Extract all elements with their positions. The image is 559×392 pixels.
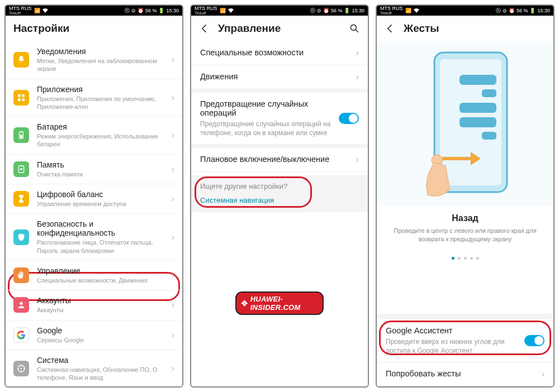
dnd-icon: ⊘ xyxy=(503,8,507,13)
gesture-description: Проведите в центр с левого или правого к… xyxy=(377,223,553,244)
signal-icon: 📶 xyxy=(220,8,226,13)
settings-item-hourglass[interactable]: Цифровой балансУправление временем досту… xyxy=(6,184,182,214)
carrier-label: MTS RUS xyxy=(195,6,217,11)
svg-rect-27 xyxy=(482,132,496,140)
chevron-right-icon: › xyxy=(172,364,174,374)
settings-item-memory[interactable]: ПамятьОчистка памяти› xyxy=(6,155,182,184)
carrier-sub: Tinkoff xyxy=(9,11,32,15)
search-button[interactable] xyxy=(349,23,360,34)
chevron-right-icon: › xyxy=(172,93,174,103)
battery-icon: 🔋 xyxy=(158,8,164,13)
settings-item-bell[interactable]: УведомленияМетки, Уведомления на заблоки… xyxy=(6,41,182,79)
bell-icon xyxy=(13,52,29,68)
battery-icon: 🔋 xyxy=(344,8,350,13)
item-subtitle: Приложения, Приложения по умолчанию, При… xyxy=(37,95,167,111)
svg-point-12 xyxy=(350,25,356,30)
gesture-name: Назад xyxy=(377,213,553,223)
dnd-icon: ⊘ xyxy=(131,8,136,13)
battery-icon xyxy=(13,127,29,143)
chevron-right-icon: › xyxy=(356,48,359,58)
item-title: Система xyxy=(37,356,167,365)
alarm-icon: ⏰ xyxy=(138,8,144,13)
page-indicator xyxy=(377,252,553,262)
toggle-on[interactable] xyxy=(339,113,359,124)
item-accessibility[interactable]: Специальные возможности › xyxy=(191,41,368,65)
item-subtitle: Распознавание лица, Отпечаток пальца, Па… xyxy=(37,238,167,255)
alarm-icon: ⏰ xyxy=(323,8,329,13)
item-scheduled-power[interactable]: Плановое включение/выключение › xyxy=(191,148,368,172)
wifi-icon xyxy=(42,8,48,13)
watermark-badge: HUAWEI-INSIDER.COM xyxy=(235,291,324,315)
status-bar: MTS RUS Tinkoff 📶 ⓝ ⊘ ⏰ 56 % 🔋 15:30 xyxy=(191,6,368,16)
settings-item-shield[interactable]: Безопасность и конфиденциальностьРаспозн… xyxy=(6,214,182,261)
item-google-assistant[interactable]: Google Ассистент Проведите вверх из нижн… xyxy=(377,319,553,362)
clock: 15:30 xyxy=(537,8,550,13)
svg-rect-0 xyxy=(18,94,21,97)
sublabel: Проведите вверх из нижних углов для дост… xyxy=(386,337,519,355)
back-button[interactable] xyxy=(199,23,210,34)
phone-management: MTS RUS Tinkoff 📶 ⓝ ⊘ ⏰ 56 % 🔋 15:30 Упр… xyxy=(190,4,369,388)
item-title: Батарея xyxy=(37,122,167,131)
chevron-right-icon: › xyxy=(172,330,174,340)
svg-rect-6 xyxy=(20,135,22,138)
item-subtitle: Очистка памяти xyxy=(37,170,167,178)
grid-icon xyxy=(13,90,29,106)
settings-item-hand[interactable]: УправлениеСпециальные возможности, Движе… xyxy=(6,261,182,290)
header: Жесты xyxy=(377,16,553,41)
chevron-right-icon: › xyxy=(172,232,174,242)
nfc-icon: ⓝ xyxy=(496,7,501,15)
battery-pct: 56 % xyxy=(145,8,157,13)
item-try-gestures[interactable]: Попробовать жесты › xyxy=(377,362,553,386)
sublabel: Предотвращение случайных операций на тел… xyxy=(200,119,333,137)
clock: 15:30 xyxy=(166,8,179,13)
battery-pct: 56 % xyxy=(331,8,343,13)
item-title: Уведомления xyxy=(37,47,167,56)
gesture-illustration xyxy=(377,41,553,205)
chevron-right-icon: › xyxy=(356,155,359,165)
chevron-right-icon: › xyxy=(356,72,359,82)
other-settings-box: Ищете другие настройки? Системная навига… xyxy=(191,175,368,212)
item-title: Управление xyxy=(37,266,167,275)
carrier-sub: Tinkoff xyxy=(380,11,403,15)
phone-gestures: MTS RUS Tinkoff 📶 ⓝ ⊘ ⏰ 56 % 🔋 15:30 Жес… xyxy=(376,4,555,388)
settings-item-grid[interactable]: ПриложенияПриложения, Приложения по умол… xyxy=(6,79,182,117)
chevron-right-icon: › xyxy=(172,300,174,310)
dnd-icon: ⊘ xyxy=(317,8,321,13)
chevron-right-icon: › xyxy=(172,55,174,65)
item-subtitle: Управление временем доступа xyxy=(37,200,167,208)
system-navigation-link[interactable]: Системная навигация xyxy=(200,196,359,204)
settings-item-google[interactable]: GoogleСервисы Google› xyxy=(6,321,182,350)
item-title: Google xyxy=(37,326,167,335)
item-subtitle: Специальные возможности, Движения xyxy=(37,276,167,284)
hourglass-icon xyxy=(13,191,29,207)
settings-item-system[interactable]: СистемаСистемная навигация, Обновление П… xyxy=(6,350,182,386)
settings-item-user[interactable]: АккаунтыАккаунты› xyxy=(6,290,182,320)
page-title: Настройки xyxy=(13,22,69,35)
item-title: Память xyxy=(37,160,167,169)
item-subtitle: Системная навигация, Обновление ПО, О те… xyxy=(37,366,167,382)
settings-list[interactable]: УведомленияМетки, Уведомления на заблоки… xyxy=(6,41,182,386)
wifi-icon xyxy=(228,8,234,13)
chevron-right-icon: › xyxy=(172,270,174,280)
status-bar: MTS RUS Tinkoff 📶 ⓝ ⊘ ⏰ 56 % 🔋 15:30 xyxy=(377,6,553,16)
item-motion[interactable]: Движения › xyxy=(191,65,368,89)
back-button[interactable] xyxy=(385,23,396,34)
item-subtitle: Сервисы Google xyxy=(37,336,167,344)
item-subtitle: Режим энергосбережения, Использование ба… xyxy=(37,132,167,149)
huawei-icon xyxy=(241,299,248,308)
carrier-sub: Tinkoff xyxy=(195,11,217,15)
item-prevent-accidental[interactable]: Предотвращение случайных операций Предот… xyxy=(191,93,368,145)
toggle-on[interactable] xyxy=(524,335,544,346)
signal-icon: 📶 xyxy=(34,8,40,13)
label: Специальные возможности xyxy=(200,48,350,57)
svg-rect-5 xyxy=(21,131,22,132)
svg-rect-24 xyxy=(482,89,496,97)
label: Плановое включение/выключение xyxy=(200,155,350,164)
chevron-right-icon: › xyxy=(172,194,174,204)
google-icon xyxy=(13,327,29,343)
item-title: Цифровой баланс xyxy=(37,190,167,199)
settings-item-battery[interactable]: БатареяРежим энергосбережения, Использов… xyxy=(6,117,182,155)
label: Попробовать жесты xyxy=(386,369,536,378)
svg-rect-26 xyxy=(459,117,496,127)
shield-icon xyxy=(13,230,29,245)
